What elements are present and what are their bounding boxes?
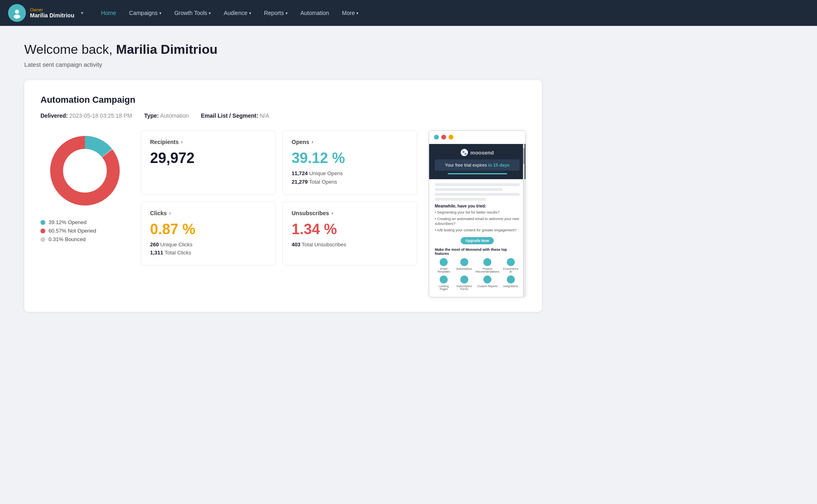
email-preview-body-wrapper: 🐾 moosend Your free trial expires in 15 … bbox=[429, 144, 525, 297]
ep-feature-label-8: Integrations bbox=[503, 285, 518, 288]
legend-label-not-opened: 60.57% Not Opened bbox=[49, 228, 96, 234]
nav-item-growth-tools-label: Growth Tools bbox=[174, 10, 207, 16]
ep-feature-recommendations: Product Recommendations bbox=[476, 258, 499, 273]
unsubscribes-header[interactable]: Unsubscribes › bbox=[292, 210, 408, 216]
opens-arrow-icon: › bbox=[312, 139, 313, 145]
stats-grid: Recipients › 29,972 Opens › 39.12 % 11,7… bbox=[141, 130, 417, 266]
ep-feature-icon-6 bbox=[460, 275, 468, 284]
ep-feature-ecommerce-ai: Ecommerce AI bbox=[502, 258, 520, 273]
donut-legend: 39.12% Opened 60.57% Not Opened 0.31% Bo… bbox=[40, 219, 96, 242]
nav-item-reports-label: Reports bbox=[264, 10, 284, 16]
window-dot-orange bbox=[449, 135, 453, 140]
stat-card-clicks: Clicks › 0.87 % 260 Unique Clicks 1,311 … bbox=[141, 201, 276, 266]
recipients-value: 29,972 bbox=[150, 151, 267, 165]
ep-scrollbar[interactable] bbox=[523, 144, 525, 297]
brand-avatar bbox=[8, 4, 26, 22]
nav-item-more-label: More bbox=[342, 10, 355, 16]
ep-header: 🐾 moosend Your free trial expires in 15 … bbox=[429, 144, 525, 179]
ep-feature-label-6: Subscription Forms bbox=[455, 285, 474, 290]
clicks-percent: 0.87 % bbox=[150, 222, 267, 237]
nav-item-growth-tools[interactable]: Growth Tools ▾ bbox=[169, 6, 216, 19]
unsubscribes-arrow-icon: › bbox=[332, 210, 333, 216]
legend-dot-not-opened bbox=[40, 229, 45, 233]
campaign-title: Automation Campaign bbox=[40, 95, 526, 105]
unsubscribes-total-count: 403 bbox=[292, 241, 301, 248]
ep-section-title: Meanwhile, have you tried: bbox=[435, 204, 520, 208]
unsubscribes-total-label: Total Unsubscribes bbox=[302, 241, 346, 248]
ep-upgrade-button[interactable]: Upgrade Now bbox=[461, 237, 494, 244]
clicks-total-count: 1,311 bbox=[150, 250, 163, 256]
donut-chart bbox=[44, 130, 125, 211]
email-preview-titlebar bbox=[429, 131, 525, 144]
ep-features-grid: Email Templates Automations Product Reco… bbox=[435, 258, 520, 290]
opens-header[interactable]: Opens › bbox=[292, 139, 408, 145]
ep-bullet-1: • Segmenting your list for better result… bbox=[435, 210, 520, 215]
ep-scrollbar-thumb bbox=[523, 148, 525, 164]
ep-feature-icon-3 bbox=[483, 258, 491, 266]
welcome-title: Welcome back, Marilia Dimitriou bbox=[24, 42, 542, 57]
ep-feature-label-4: Ecommerce AI bbox=[502, 267, 520, 273]
window-dot-red bbox=[441, 135, 446, 140]
recipients-header[interactable]: Recipients › bbox=[150, 139, 267, 145]
brand-caret-icon: ▾ bbox=[81, 10, 83, 16]
email-list-meta: Email List / Segment: N/A bbox=[201, 112, 269, 119]
nav-item-more[interactable]: More ▾ bbox=[337, 6, 364, 19]
ep-progress-bar bbox=[448, 173, 507, 174]
nav-item-audience-label: Audience bbox=[224, 10, 247, 16]
clicks-header[interactable]: Clicks › bbox=[150, 210, 267, 216]
welcome-subtitle: Latest sent campaign activity bbox=[24, 61, 542, 68]
ep-feature-landing-pages: Landing Pages bbox=[435, 275, 453, 290]
ep-text-1 bbox=[435, 183, 520, 186]
nav-item-reports[interactable]: Reports ▾ bbox=[258, 6, 293, 19]
opens-unique-label: Unique Opens bbox=[309, 170, 343, 176]
ep-feature-label-3: Product Recommendations bbox=[476, 267, 499, 273]
donut-section: 39.12% Opened 60.57% Not Opened 0.31% Bo… bbox=[40, 130, 129, 242]
navbar: Owner Marilia Dimitriou ▾ Home Campaigns… bbox=[0, 0, 817, 26]
ep-logo-text: moosend bbox=[470, 150, 494, 156]
delivered-value: 2023-05-18 03:25:18 PM bbox=[70, 112, 132, 119]
opens-total-label: Total Opens bbox=[309, 179, 337, 185]
brand-owner-label: Owner bbox=[30, 7, 74, 12]
legend-dot-bounced bbox=[40, 237, 45, 242]
svg-point-1 bbox=[15, 10, 19, 14]
stat-card-recipients: Recipients › 29,972 bbox=[141, 130, 276, 195]
ep-feature-icon-5 bbox=[440, 275, 448, 284]
delivered-label: Delivered: bbox=[40, 112, 68, 119]
stat-card-opens: Opens › 39.12 % 11,724 Unique Opens 21,2… bbox=[282, 130, 417, 195]
brand-info: Owner Marilia Dimitriou bbox=[30, 7, 74, 19]
welcome-text: Welcome back, bbox=[24, 42, 116, 57]
campaign-meta: Delivered: 2023-05-18 03:25:18 PM Type: … bbox=[40, 112, 526, 119]
ep-feature-icon-2 bbox=[460, 258, 468, 266]
campaign-body: 39.12% Opened 60.57% Not Opened 0.31% Bo… bbox=[40, 130, 526, 297]
legend-not-opened: 60.57% Not Opened bbox=[40, 228, 96, 234]
growth-tools-caret-icon: ▾ bbox=[209, 11, 211, 15]
unsubscribes-sub: 403 Total Unsubscribes bbox=[292, 241, 408, 249]
type-meta: Type: Automation bbox=[144, 112, 188, 119]
type-label: Type: bbox=[144, 112, 159, 119]
ep-feature-subscription-forms: Subscription Forms bbox=[455, 275, 474, 290]
unsubscribes-percent: 1.34 % bbox=[292, 222, 408, 237]
campaigns-caret-icon: ▾ bbox=[159, 11, 161, 15]
brand[interactable]: Owner Marilia Dimitriou ▾ bbox=[8, 4, 83, 22]
nav-item-campaigns[interactable]: Campaigns ▾ bbox=[123, 6, 167, 19]
nav-links: Home Campaigns ▾ Growth Tools ▾ Audience… bbox=[95, 6, 809, 19]
ep-text-3 bbox=[435, 193, 520, 196]
delivered-meta: Delivered: 2023-05-18 03:25:18 PM bbox=[40, 112, 132, 119]
ep-feature-label-5: Landing Pages bbox=[435, 285, 453, 290]
ep-feature-icon-7 bbox=[483, 275, 491, 284]
brand-name: Marilia Dimitriou bbox=[30, 12, 74, 19]
ep-text-4 bbox=[435, 198, 486, 201]
more-caret-icon: ▾ bbox=[356, 11, 358, 15]
clicks-unique-count: 260 bbox=[150, 241, 159, 248]
svg-point-6 bbox=[64, 150, 106, 192]
opens-sub: 11,724 Unique Opens 21,279 Total Opens bbox=[292, 169, 408, 186]
svg-point-2 bbox=[14, 15, 20, 19]
nav-item-audience[interactable]: Audience ▾ bbox=[218, 6, 256, 19]
nav-item-automation[interactable]: Automation bbox=[295, 6, 335, 19]
reports-caret-icon: ▾ bbox=[286, 11, 288, 15]
nav-item-home[interactable]: Home bbox=[95, 6, 122, 19]
clicks-label: Clicks bbox=[150, 210, 167, 216]
nav-item-automation-label: Automation bbox=[301, 10, 329, 16]
ep-feature-custom-reports: Custom Reports bbox=[476, 275, 499, 290]
legend-label-bounced: 0.31% Bounced bbox=[49, 236, 86, 242]
